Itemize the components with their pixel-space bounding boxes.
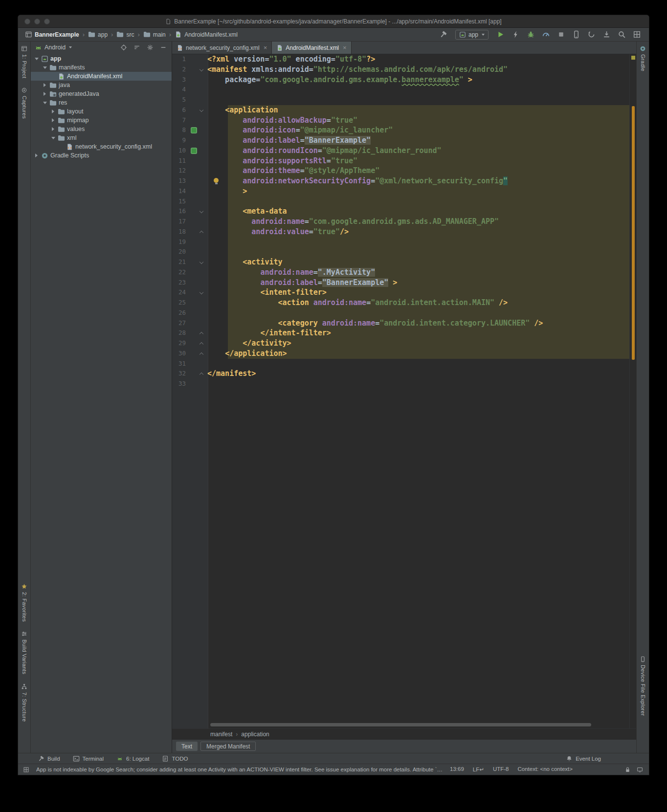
line-ending-indicator[interactable]: LF↵ <box>473 766 484 773</box>
code-line[interactable]: 22 android:name=".MyActivity" <box>172 267 629 278</box>
zoom-button[interactable] <box>44 19 50 24</box>
code-text[interactable]: android:value="true"/> <box>205 227 349 237</box>
warning-marker[interactable] <box>631 56 635 60</box>
run-button[interactable] <box>495 29 506 40</box>
collapse-arrow-icon[interactable] <box>42 66 47 69</box>
expand-arrow-icon[interactable] <box>42 92 47 96</box>
tree-item-res[interactable]: res <box>31 98 172 107</box>
tool-window-button-event-log[interactable]: Event Log <box>566 755 601 762</box>
code-line[interactable]: 4 <box>172 85 629 95</box>
tree-item-manifests[interactable]: manifests <box>31 63 172 72</box>
tree-item-mipmap[interactable]: mipmap <box>31 116 172 125</box>
lock-icon[interactable] <box>624 767 631 773</box>
expand-arrow-icon[interactable] <box>50 110 56 113</box>
minimize-button[interactable] <box>34 19 40 24</box>
locate-file-button[interactable] <box>119 43 128 52</box>
code-line[interactable]: 25 <action android:name="android.intent.… <box>172 298 629 308</box>
expand-arrow-icon[interactable] <box>50 127 56 131</box>
code-line[interactable]: 23 android:label="BannerExample" > <box>172 278 629 288</box>
fold-end-icon[interactable] <box>200 352 203 356</box>
search-everywhere-button[interactable] <box>616 29 627 40</box>
fold-collapse-icon[interactable] <box>200 108 203 112</box>
xml-breadcrumb-application[interactable]: application <box>241 731 269 738</box>
code-text[interactable]: android:name="com.google.android.gms.ads… <box>205 217 499 227</box>
tool-window-button-6-logcat[interactable]: 6: Logcat <box>116 755 149 762</box>
expand-arrow-icon[interactable] <box>50 118 56 122</box>
build-hammer-button[interactable] <box>438 29 449 40</box>
screen-icon[interactable] <box>637 767 643 773</box>
code-text[interactable] <box>205 85 207 95</box>
code-text[interactable]: android:networkSecurityConfig="@xml/netw… <box>205 176 508 186</box>
fold-collapse-icon[interactable] <box>200 260 203 264</box>
code-line[interactable]: 8 android:icon="@mipmap/ic_launcher" <box>172 125 629 135</box>
close-tab-icon[interactable]: × <box>264 44 267 51</box>
collapse-arrow-icon[interactable] <box>50 137 56 139</box>
code-text[interactable] <box>205 379 207 389</box>
fold-end-icon[interactable] <box>200 231 203 235</box>
code-editor[interactable]: 1<?xml version="1.0" encoding="utf-8"?>2… <box>172 54 636 728</box>
tool-window-button-build[interactable]: Build <box>38 755 60 762</box>
collapse-arrow-icon[interactable] <box>42 102 47 104</box>
tree-item-layout[interactable]: layout <box>31 107 172 116</box>
code-line[interactable]: 2<manifest xmlns:android="http://schemas… <box>172 65 629 75</box>
tool-window-button-terminal[interactable]: Terminal <box>73 755 104 762</box>
code-text[interactable] <box>205 95 207 105</box>
mipmap-preview-icon[interactable] <box>191 148 197 154</box>
code-text[interactable]: android:roundIcon="@mipmap/ic_launcher_r… <box>205 146 442 156</box>
hide-panel-button[interactable] <box>159 43 168 52</box>
tree-item-app[interactable]: app <box>31 54 172 63</box>
tool-button-7-structure[interactable]: 7: Structure <box>21 683 27 722</box>
code-line[interactable]: 28 </intent-filter> <box>172 328 629 338</box>
code-line[interactable]: 33 <box>172 379 629 389</box>
code-line[interactable]: 30 </application> <box>172 349 629 359</box>
code-text[interactable]: <intent-filter> <box>205 287 327 298</box>
code-text[interactable]: </activity> <box>205 338 291 349</box>
code-line[interactable]: 24 <intent-filter> <box>172 287 629 298</box>
code-text[interactable]: android:label="BannerExample" > <box>205 278 397 288</box>
fold-collapse-icon[interactable] <box>200 209 203 213</box>
code-line[interactable]: 6 <application <box>172 105 629 115</box>
tree-item-gradle-scripts[interactable]: Gradle Scripts <box>31 151 172 160</box>
project-structure-button[interactable] <box>631 29 642 40</box>
status-message[interactable]: App is not indexable by Google Search; c… <box>36 767 445 772</box>
tool-button-build-variants[interactable]: Build Variants <box>21 631 27 674</box>
code-line[interactable]: 1<?xml version="1.0" encoding="utf-8"?> <box>172 54 629 65</box>
tree-item-androidmanifest-xml[interactable]: AndroidManifest.xml <box>31 72 172 81</box>
collapse-arrow-icon[interactable] <box>34 58 39 60</box>
code-line[interactable]: 9 android:label="BannerExample" <box>172 135 629 146</box>
avd-manager-button[interactable] <box>571 29 581 40</box>
expand-arrow-icon[interactable] <box>42 83 47 87</box>
code-line[interactable]: 7 android:allowBackup="true" <box>172 115 629 126</box>
code-line[interactable]: 16 <meta-data <box>172 206 629 217</box>
code-line[interactable]: 26 <box>172 308 629 318</box>
code-text[interactable]: <category android:name="android.intent.c… <box>205 318 543 329</box>
expand-arrow-icon[interactable] <box>34 154 39 157</box>
fold-end-icon[interactable] <box>200 373 203 376</box>
code-line[interactable]: 5 <box>172 95 629 105</box>
tree-item-generatedjava[interactable]: generatedJava <box>31 89 172 98</box>
code-line[interactable]: 12 android:theme="@style/AppTheme" <box>172 166 629 176</box>
settings-gear-button[interactable] <box>146 43 155 52</box>
code-line[interactable]: 20 <box>172 247 629 257</box>
code-text[interactable]: <activity <box>205 257 283 267</box>
toolwindow-switcher-icon[interactable] <box>23 767 29 773</box>
code-text[interactable]: <application <box>205 105 278 115</box>
close-button[interactable] <box>24 19 30 24</box>
code-text[interactable]: > <box>205 186 247 197</box>
horizontal-scrollbar[interactable] <box>210 723 591 726</box>
code-line[interactable]: 15 <box>172 197 629 207</box>
project-view-selector[interactable]: Android <box>44 44 66 51</box>
code-text[interactable]: android:supportsRtl="true" <box>205 156 357 166</box>
profiler-button[interactable] <box>540 29 551 40</box>
debug-button[interactable] <box>525 29 536 40</box>
apply-changes-button[interactable] <box>510 29 521 40</box>
code-line[interactable]: 27 <category android:name="android.inten… <box>172 318 629 329</box>
code-text[interactable]: <?xml version="1.0" encoding="utf-8"?> <box>205 54 375 65</box>
fold-end-icon[interactable] <box>200 342 203 346</box>
code-line[interactable]: 11 android:supportsRtl="true" <box>172 156 629 166</box>
code-text[interactable]: </application> <box>205 349 287 359</box>
editor-tab-network-security-config-xml[interactable]: network_security_config.xml× <box>172 42 272 54</box>
gradle-sync-button[interactable] <box>586 29 597 40</box>
code-text[interactable]: <action android:name="android.intent.act… <box>205 298 508 308</box>
tool-button-2-favorites[interactable]: 2: Favorites <box>21 583 27 622</box>
